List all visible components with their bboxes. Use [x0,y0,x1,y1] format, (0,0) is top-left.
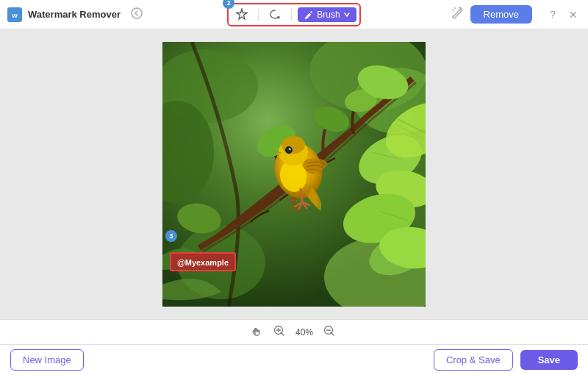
save-button[interactable]: Save [520,350,578,370]
remove-button[interactable]: Remove [470,5,532,24]
app-title: Watermark Remover [28,9,121,20]
brush-tool-button[interactable]: Brush [298,7,356,22]
svg-point-5 [452,10,453,11]
watermark-badge: 3 [165,230,177,242]
watermark-text: @Myexample [177,258,229,267]
lasso-tool-button[interactable] [265,6,285,24]
help-button[interactable]: ? [545,7,560,22]
selection-tool-button[interactable] [232,6,252,24]
app-logo: W [7,7,22,22]
magic-wand-icon[interactable] [450,5,465,24]
window-controls: ? ✕ [545,7,581,22]
zoom-percentage: 40% [295,327,313,338]
svg-point-3 [460,7,462,9]
zoom-bar: 40% [0,319,588,344]
svg-line-39 [331,332,334,335]
svg-point-4 [454,7,456,9]
footer-right: Crop & Save Save [434,349,578,371]
title-bar-center: 2 [151,3,437,26]
new-image-button[interactable]: New Image [10,349,84,371]
crop-save-button[interactable]: Crop & Save [434,349,513,371]
tool-group: 2 [227,3,360,26]
close-button[interactable]: ✕ [566,7,581,22]
canvas-area: 3 @Myexample [162,42,426,307]
svg-point-31 [288,149,290,151]
tool-divider-1 [258,9,259,21]
watermark-selection-area[interactable]: @Myexample [170,252,236,271]
svg-line-35 [281,332,284,335]
hand-tool-icon[interactable] [250,324,263,340]
title-bar-left: W Watermark Remover [7,5,151,24]
footer-bar: New Image Crop & Save Save [0,344,588,375]
tool-divider-2 [291,9,292,21]
title-bar-right: Remove ? ✕ [437,5,581,24]
zoom-out-icon[interactable] [320,322,338,343]
svg-text:W: W [12,12,18,19]
brush-tool-label: Brush [317,10,340,20]
zoom-in-icon[interactable] [270,322,288,343]
svg-point-2 [132,8,142,18]
title-bar: W Watermark Remover 2 [0,0,588,29]
main-content: 3 @Myexample [0,29,588,319]
back-button[interactable] [126,5,147,24]
